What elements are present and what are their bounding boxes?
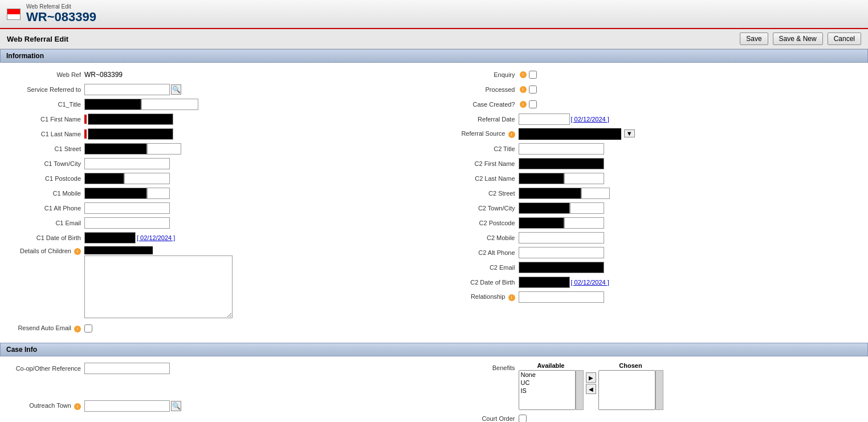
- c2-postcode-input[interactable]: [519, 217, 564, 229]
- case-info-two-col: Co-op/Other Reference Outreach Town i 🔍 …: [0, 360, 868, 422]
- c1-last-name-label: C1 Last Name: [7, 131, 81, 137]
- c2-street-input[interactable]: [519, 188, 581, 199]
- enquiry-checkbox[interactable]: [529, 71, 537, 79]
- c1-email-input[interactable]: [84, 217, 170, 229]
- c1-title-input[interactable]: [84, 99, 141, 110]
- outreach-town-input[interactable]: [84, 400, 170, 412]
- c2-alt-phone-row: C2 Alt Phone: [441, 246, 862, 259]
- c1-postcode-row: C1 Postcode: [7, 172, 427, 185]
- service-referred-row: Service Referred to 🔍: [7, 83, 427, 96]
- move-right-button[interactable]: ▶: [586, 372, 596, 383]
- available-listbox[interactable]: None UC IS: [519, 370, 576, 410]
- save-button[interactable]: Save: [740, 33, 768, 45]
- c1-mobile-input[interactable]: [84, 188, 147, 199]
- details-children-row: Details of Children i: [7, 246, 427, 320]
- benefits-label: Benefits: [441, 364, 515, 371]
- toolbar: Web Referral Edit Save Save & New Cancel: [0, 29, 868, 49]
- case-created-info-icon: i: [520, 101, 527, 108]
- page-title: Web Referral Edit: [7, 35, 735, 43]
- c1-street-input2[interactable]: [147, 143, 181, 155]
- cancel-button[interactable]: Cancel: [828, 33, 861, 45]
- chosen-scrollbar[interactable]: [655, 370, 663, 410]
- case-info-right-panel: Benefits Available None UC IS: [434, 360, 869, 422]
- c2-town-input[interactable]: [519, 202, 570, 214]
- chosen-listbox-row: [598, 370, 663, 410]
- processed-label: Processed: [441, 86, 515, 93]
- c1-street-input[interactable]: [84, 143, 147, 155]
- case-created-checkbox[interactable]: [529, 100, 537, 108]
- c1-postcode-input[interactable]: [84, 173, 124, 184]
- processed-info-icon: i: [520, 86, 527, 93]
- c1-dob-row: C1 Date of Birth [ 02/12/2024 ]: [7, 232, 427, 244]
- c1-alt-phone-input[interactable]: [84, 202, 170, 214]
- c2-dob-input[interactable]: [519, 277, 570, 288]
- c2-postcode-row: C2 Postcode: [441, 217, 862, 229]
- available-option-none[interactable]: None: [519, 371, 575, 379]
- service-referred-input[interactable]: [84, 84, 170, 95]
- required-mark2: [84, 129, 87, 139]
- c1-mobile-input2[interactable]: [147, 188, 170, 199]
- processed-checkbox[interactable]: [529, 86, 537, 94]
- header-subtitle: Web Referral Edit: [26, 3, 96, 10]
- c2-postcode-input2[interactable]: [564, 217, 604, 229]
- relationship-input[interactable]: [519, 291, 604, 303]
- referral-date-input[interactable]: [519, 113, 570, 125]
- save-new-button[interactable]: Save & New: [773, 33, 823, 45]
- resend-email-checkbox[interactable]: [84, 324, 92, 332]
- c2-alt-phone-input[interactable]: [519, 247, 604, 258]
- enquiry-info-icon: i: [520, 71, 527, 78]
- c2-town-input2[interactable]: [570, 202, 604, 214]
- service-search-icon[interactable]: 🔍: [171, 84, 181, 95]
- c1-last-name-input[interactable]: [88, 128, 173, 140]
- move-left-button[interactable]: ◀: [586, 384, 596, 394]
- c2-last-name-input[interactable]: [519, 173, 564, 184]
- c1-dob-date-link[interactable]: [ 02/12/2024 ]: [137, 234, 175, 241]
- available-option-is[interactable]: IS: [519, 387, 575, 395]
- listbox-arrows: ▶ ◀: [586, 372, 596, 394]
- case-info-left-panel: Co-op/Other Reference Outreach Town i 🔍: [0, 360, 434, 422]
- referral-date-link[interactable]: [ 02/12/2024 ]: [571, 116, 609, 123]
- c1-dob-input[interactable]: [84, 232, 136, 244]
- c1-title-row: C1_Title: [7, 98, 427, 111]
- c1-town-input[interactable]: [84, 158, 170, 169]
- chosen-listbox[interactable]: [598, 370, 655, 410]
- c1-last-name-row: C1 Last Name: [7, 128, 427, 140]
- c2-dob-row: C2 Date of Birth [ 02/12/2024 ]: [441, 276, 862, 289]
- c1-first-name-input[interactable]: [88, 113, 173, 125]
- c2-mobile-input[interactable]: [519, 232, 604, 244]
- referral-source-dropdown-arrow[interactable]: ▼: [624, 129, 635, 137]
- outreach-town-search-icon[interactable]: 🔍: [171, 401, 181, 411]
- outreach-town-label: Outreach Town i: [7, 402, 81, 409]
- web-ref-value: WR~083399: [84, 71, 123, 79]
- c1-postcode-input2[interactable]: [124, 173, 170, 184]
- c2-email-row: C2 Email: [441, 261, 862, 274]
- c2-title-input[interactable]: [519, 143, 604, 155]
- outreach-town-info-icon: i: [74, 403, 81, 410]
- court-order-checkbox[interactable]: [519, 415, 527, 422]
- c1-postcode-label: C1 Postcode: [7, 175, 81, 182]
- c1-title-input2[interactable]: [141, 99, 198, 110]
- c2-town-row: C2 Town/City: [441, 202, 862, 214]
- c2-first-name-input[interactable]: [519, 158, 604, 169]
- c2-email-input[interactable]: [519, 262, 604, 273]
- c1-email-row: C1 Email: [7, 217, 427, 229]
- referral-source-info-icon: i: [508, 131, 515, 138]
- relationship-label: Relationship i: [441, 293, 515, 301]
- available-label: Available: [519, 362, 584, 369]
- available-scrollbar[interactable]: [576, 370, 584, 410]
- co-op-ref-input[interactable]: [84, 363, 170, 374]
- c2-title-label: C2 Title: [441, 145, 515, 152]
- c2-email-label: C2 Email: [441, 264, 515, 271]
- referral-source-redact: [519, 128, 621, 140]
- resend-email-row: Resend Auto Email i: [7, 322, 427, 335]
- available-listbox-row: None UC IS: [519, 370, 584, 410]
- c1-first-name-row: C1 First Name: [7, 113, 427, 125]
- c1-alt-phone-label: C1 Alt Phone: [7, 205, 81, 212]
- c2-dob-label: C2 Date of Birth: [441, 279, 515, 286]
- c2-street-input2[interactable]: [581, 188, 610, 199]
- available-option-uc[interactable]: UC: [519, 379, 575, 387]
- details-children-textarea[interactable]: [84, 255, 233, 318]
- c2-last-name-input2[interactable]: [564, 173, 604, 184]
- benefits-area: Available None UC IS: [519, 362, 663, 410]
- c2-dob-date-link[interactable]: [ 02/12/2024 ]: [571, 279, 609, 286]
